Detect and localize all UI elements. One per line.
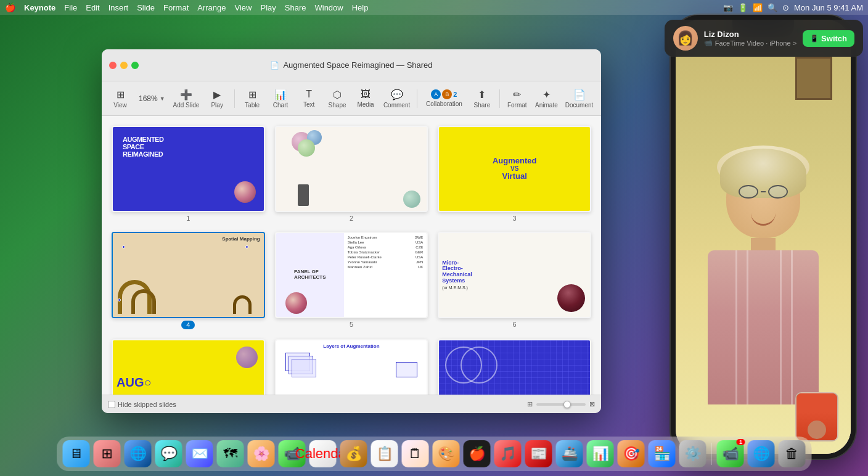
slide-item-7[interactable]: AUG○ 7 <box>112 339 265 395</box>
grid-view-icon[interactable]: ⊠ <box>589 400 595 408</box>
slide-item-2[interactable]: 2 <box>275 126 428 222</box>
facetime-switch-button[interactable]: 📱 Switch <box>803 30 854 47</box>
dock-icon-calendar[interactable]: Calendar <box>309 440 337 467</box>
animate-button[interactable]: ✦ Animate <box>532 86 561 111</box>
shape-button[interactable]: ⬡ Shape <box>324 86 351 111</box>
dock-icon-appletv[interactable]: 🍎 <box>464 440 491 467</box>
add-slide-button[interactable]: ➕ Add Slide <box>170 86 203 111</box>
play-button[interactable]: ▶ Play <box>203 86 231 111</box>
zoom-slider[interactable] <box>536 403 586 406</box>
search-icon[interactable]: 🔍 <box>768 3 777 12</box>
collab-count: 2 <box>453 91 457 98</box>
slide-item-8[interactable]: Layers of Augmentation 8 <box>275 339 428 395</box>
dock-icon-numbers[interactable]: 📊 <box>587 440 614 467</box>
dock-icon-photos[interactable]: 🌸 <box>248 440 275 467</box>
slide5-right-panel: Jocelyn EngstromSWE Stella LeeUSA Aga Or… <box>344 233 427 317</box>
dock-icon-launchpad[interactable]: ⊞ <box>94 440 121 467</box>
slides-container[interactable]: AUGMENTEDSPACEREIMAGINED 1 <box>102 116 601 395</box>
menu-file[interactable]: File <box>64 3 77 12</box>
dock-icon-maps[interactable]: 🗺 <box>217 440 244 467</box>
shape-icon: ⬡ <box>333 89 342 101</box>
slide-item-1[interactable]: AUGMENTEDSPACEREIMAGINED 1 <box>112 126 265 222</box>
close-button[interactable] <box>109 62 117 69</box>
slide-item-3[interactable]: Augmented VS Virtual 3 <box>438 126 591 222</box>
collab-icon-row: A B 2 <box>431 89 457 99</box>
slide-item-4[interactable]: Spatial Mapping 4 <box>112 232 265 329</box>
view-button[interactable]: ⊞ View <box>107 86 134 111</box>
format-button[interactable]: ✏ Format <box>504 86 531 111</box>
dock-icon-trash[interactable]: 🗑 <box>779 440 806 467</box>
view-toggle-icon[interactable]: ⊞ <box>527 400 533 408</box>
zoom-slider-thumb[interactable] <box>563 401 571 408</box>
slide-item-9[interactable]: PHYSICAL AUGMENTED VIRTUAL 9 <box>438 339 591 395</box>
menu-share[interactable]: Share <box>285 3 306 12</box>
menu-format[interactable]: Format <box>163 3 189 12</box>
dock-icon-news[interactable]: 📰 <box>525 440 552 467</box>
media-icon: 🖼 <box>361 89 371 100</box>
menu-help[interactable]: Help <box>352 3 369 12</box>
view-label: View <box>113 102 127 109</box>
menu-play[interactable]: Play <box>260 3 276 12</box>
menu-arrange[interactable]: Arrange <box>197 3 226 12</box>
collaboration-button[interactable]: A B 2 Collaboration <box>421 87 467 110</box>
table-button[interactable]: ⊞ Table <box>239 86 266 111</box>
minimize-button[interactable] <box>120 62 128 69</box>
maximize-button[interactable] <box>131 62 139 69</box>
zoom-control[interactable]: 168% ▼ <box>135 92 169 105</box>
animate-label: Animate <box>535 102 558 109</box>
slide-thumb-1[interactable]: AUGMENTEDSPACEREIMAGINED <box>112 126 265 212</box>
dock-icon-mail[interactable]: ✉️ <box>186 440 213 467</box>
media-button[interactable]: 🖼 Media <box>352 86 379 110</box>
menu-window[interactable]: Window <box>314 3 343 12</box>
slide-thumb-7[interactable]: AUG○ <box>112 339 265 395</box>
dock-icon-notes[interactable]: 🗒 <box>402 440 429 467</box>
menu-slide[interactable]: Slide <box>137 3 155 12</box>
dock-icon-reminders[interactable]: 📋 <box>371 440 398 467</box>
dock-icon-appstore[interactable]: 🏪 <box>649 440 676 467</box>
dock-icon-globe[interactable]: 🌐 <box>748 440 775 467</box>
menu-edit[interactable]: Edit <box>86 3 99 12</box>
slide-thumb-9[interactable]: PHYSICAL AUGMENTED VIRTUAL <box>438 339 591 395</box>
chart-button[interactable]: 📊 Chart <box>267 86 294 111</box>
slide-thumb-5[interactable]: PANEL OFARCHITECTS Jocelyn EngstromSWE S… <box>275 232 428 318</box>
facetime-caller-name: Liz Dizon <box>704 30 796 39</box>
table-icon: ⊞ <box>248 89 256 101</box>
document-button[interactable]: 📄 Document <box>562 86 596 111</box>
menu-view[interactable]: View <box>235 3 252 12</box>
apple-logo-icon[interactable]: 🍎 <box>5 2 15 12</box>
dock-icon-safari[interactable]: 🌐 <box>125 440 152 467</box>
comment-button[interactable]: 💬 Comment <box>380 86 413 111</box>
hide-skipped-label[interactable]: Hide skipped slides <box>108 401 176 408</box>
toolbar-separator-2 <box>417 89 417 108</box>
slide-thumb-4[interactable]: Spatial Mapping <box>112 232 265 318</box>
dock-icon-helm[interactable]: 🚢 <box>556 440 583 467</box>
slide-thumb-2[interactable] <box>275 126 428 212</box>
toolbar: ⊞ View 168% ▼ ➕ Add Slide ▶ Play ⊞ Table… <box>102 81 601 116</box>
text-button[interactable]: T Text <box>295 86 322 110</box>
facetime-avatar: 👩 <box>673 26 698 51</box>
dock-icon-settings[interactable]: ⚙️ <box>679 440 706 467</box>
slide-item-5[interactable]: PANEL OFARCHITECTS Jocelyn EngstromSWE S… <box>275 232 428 329</box>
share-button[interactable]: ⬆ Share <box>469 86 496 111</box>
slide-thumb-6[interactable]: Micro-Electro-MechanicalSystems (or M.E.… <box>438 232 591 318</box>
dock-icon-finder[interactable]: 🖥 <box>63 440 90 467</box>
background-artwork <box>795 57 832 100</box>
iphone-screen <box>676 20 851 454</box>
menu-app-name[interactable]: Keynote <box>24 3 55 12</box>
slide-item-6[interactable]: Micro-Electro-MechanicalSystems (or M.E.… <box>438 232 591 329</box>
siri-icon[interactable]: ⊙ <box>782 3 789 12</box>
format-label: Format <box>507 102 527 109</box>
dock-icon-wallet[interactable]: 💰 <box>340 440 367 467</box>
hide-skipped-checkbox[interactable] <box>108 401 115 408</box>
dock-icon-music[interactable]: 🎵 <box>494 440 522 467</box>
slide-thumb-8[interactable]: Layers of Augmentation <box>275 339 428 395</box>
dock-icon-facetime2[interactable]: 📹 1 <box>717 440 744 467</box>
dock-icon-messages[interactable]: 💬 <box>155 440 182 467</box>
slide-thumb-3[interactable]: Augmented VS Virtual <box>438 126 591 212</box>
dock-icon-keynote[interactable]: 🎯 <box>618 440 645 467</box>
dock-icon-freeform[interactable]: 🎨 <box>433 440 460 467</box>
menu-insert[interactable]: Insert <box>108 3 129 12</box>
selfie-preview <box>795 392 838 441</box>
shape-label: Shape <box>329 102 346 109</box>
slide1-heading: AUGMENTEDSPACEREIMAGINED <box>123 136 163 158</box>
